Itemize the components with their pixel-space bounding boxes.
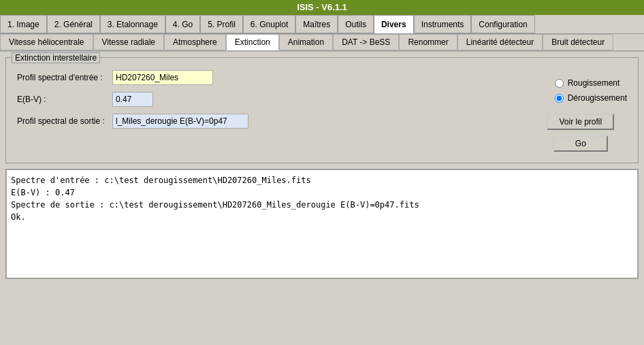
tab-dat-bess[interactable]: DAT -> BeSS — [333, 34, 399, 50]
extinction-group: Extinction interstellaire Profil spectra… — [5, 57, 639, 163]
menu-general[interactable]: 2. Général — [47, 15, 100, 33]
title-bar: ISIS - V6.1.1 — [0, 0, 644, 15]
menu-gnuplot[interactable]: 6. Gnuplot — [243, 15, 295, 33]
radio-rougissement[interactable] — [555, 79, 564, 88]
profil-sortie-input[interactable] — [112, 114, 248, 129]
menu-outils[interactable]: Outils — [338, 15, 374, 33]
radio-derougissement-text: Dérougissement — [568, 93, 627, 103]
go-button[interactable]: Go — [553, 135, 608, 152]
tab-bruit[interactable]: Bruit détecteur — [543, 34, 613, 50]
tab-atmosphere[interactable]: Atmosphere — [164, 34, 226, 50]
radio-derougissement[interactable] — [555, 94, 564, 103]
main-content: Extinction interstellaire Profil spectra… — [0, 52, 644, 345]
tab-vitesse-helio[interactable]: Vitesse héliocentrale — [0, 34, 93, 50]
log-text: Spectre d'entrée : c:\test derougissemen… — [11, 174, 633, 223]
profil-entree-label: Profil spectral d'entrée : — [17, 73, 112, 82]
radio-derougissement-label[interactable]: Dérougissement — [555, 93, 627, 103]
menu-profil[interactable]: 5. Profil — [200, 15, 243, 33]
menu-maitres[interactable]: Maîtres — [295, 15, 338, 33]
tab-row: Vitesse héliocentrale Vitesse radiale At… — [0, 34, 644, 52]
profil-sortie-label: Profil spectral de sortie : — [17, 116, 112, 126]
radio-group: Rougissement Dérougissement — [555, 78, 627, 103]
radio-rougissement-text: Rougissement — [568, 78, 620, 88]
ebv-input[interactable] — [112, 92, 153, 107]
menu-image[interactable]: 1. Image — [0, 15, 47, 33]
tab-vitesse-radiale[interactable]: Vitesse radiale — [93, 34, 165, 50]
menu-row-1: 1. Image 2. Général 3. Etalonnage 4. Go … — [0, 15, 644, 34]
ebv-label: E(B-V) : — [17, 95, 112, 104]
menu-configuration[interactable]: Configuration — [471, 15, 534, 33]
group-legend: Extinction interstellaire — [12, 52, 100, 63]
menu-go[interactable]: 4. Go — [165, 15, 200, 33]
radio-rougissement-label[interactable]: Rougissement — [555, 78, 627, 88]
profil-entree-input[interactable] — [112, 70, 213, 85]
menu-divers[interactable]: Divers — [374, 15, 414, 33]
tab-linearite[interactable]: Linéarité détecteur — [457, 34, 543, 50]
log-container: Spectre d'entrée : c:\test derougissemen… — [5, 169, 639, 279]
menu-etalonnage[interactable]: 3. Etalonnage — [100, 15, 165, 33]
log-box[interactable]: Spectre d'entrée : c:\test derougissemen… — [6, 169, 638, 278]
menu-instruments[interactable]: Instruments — [414, 15, 472, 33]
tab-extinction[interactable]: Extinction — [226, 34, 279, 50]
voir-profil-button[interactable]: Voir le profil — [547, 114, 614, 130]
tab-renommer[interactable]: Renommer — [399, 34, 457, 50]
tab-animation[interactable]: Animation — [279, 34, 333, 50]
